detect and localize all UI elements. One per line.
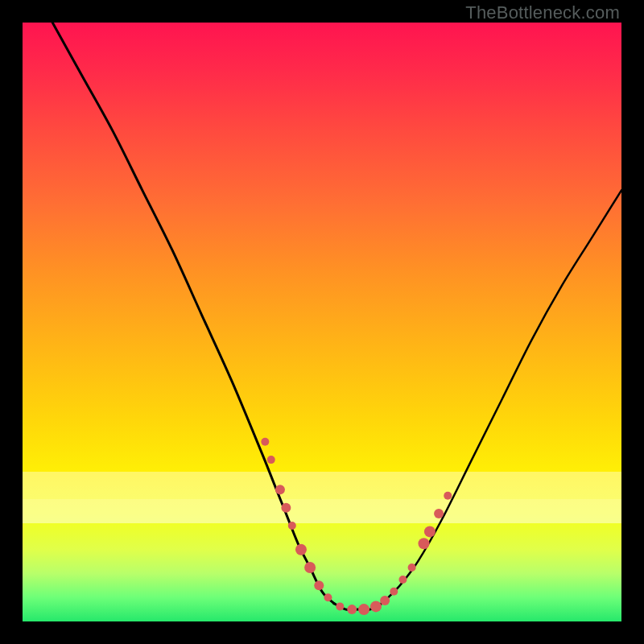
marker-group xyxy=(261,438,452,615)
plot-area xyxy=(23,23,621,621)
marker-dot xyxy=(390,588,398,596)
marker-dot xyxy=(380,596,390,605)
marker-dot xyxy=(434,509,444,518)
marker-dot xyxy=(288,522,296,530)
marker-dot xyxy=(336,602,344,610)
marker-dot xyxy=(324,593,332,601)
marker-dot xyxy=(370,601,382,612)
series-left-curve xyxy=(52,23,334,604)
marker-dot xyxy=(347,605,357,614)
series-right-curve xyxy=(382,190,621,603)
marker-dot xyxy=(398,576,407,584)
marker-dot xyxy=(261,438,269,446)
chart-frame: TheBottleneck.com xyxy=(0,0,644,644)
marker-dot xyxy=(418,538,429,549)
series-group xyxy=(52,23,621,610)
marker-dot xyxy=(408,564,416,572)
marker-dot xyxy=(314,580,324,590)
watermark-text: TheBottleneck.com xyxy=(465,2,620,23)
marker-dot xyxy=(267,456,275,464)
marker-dot xyxy=(281,503,291,513)
marker-dot xyxy=(304,562,316,573)
marker-dot xyxy=(444,492,452,500)
marker-dot xyxy=(358,604,369,615)
marker-dot xyxy=(275,485,285,494)
marker-dot xyxy=(295,544,307,555)
chart-svg xyxy=(23,23,621,621)
marker-dot xyxy=(424,526,436,537)
